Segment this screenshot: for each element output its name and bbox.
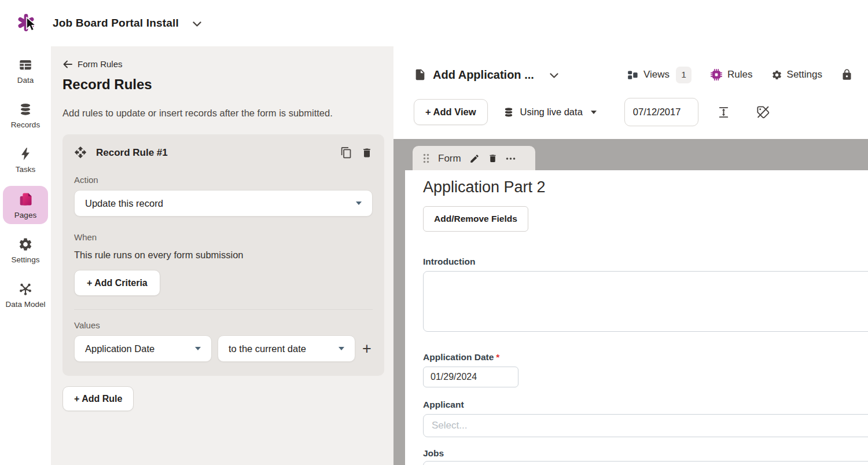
application-date-label-text: Application Date (423, 352, 494, 362)
add-value-button[interactable]: + (361, 341, 373, 357)
sidebar-item-data[interactable]: Data (3, 52, 48, 89)
back-arrow-icon (62, 60, 72, 68)
sidebar: Data Records Tasks Pages (0, 46, 51, 465)
trash-icon (361, 147, 373, 159)
settings-tab[interactable]: Settings (771, 69, 822, 80)
card-divider (74, 309, 373, 310)
back-link-label: Form Rules (78, 59, 123, 69)
data-mode-label: Using live data (520, 107, 583, 118)
action-select-value: Update this record (85, 198, 163, 209)
add-rule-button[interactable]: + Add Rule (62, 386, 134, 411)
views-layout-icon (627, 69, 639, 81)
delete-rule-button[interactable] (361, 147, 373, 159)
caret-down-icon (591, 111, 597, 114)
sidebar-item-data-model[interactable]: Data Model (3, 276, 48, 313)
introduction-label: Introduction (423, 256, 868, 267)
chevron-down-icon[interactable] (550, 73, 558, 79)
tasks-lightning-icon (18, 147, 33, 162)
when-section-label: When (74, 232, 373, 242)
delete-view-button[interactable] (488, 153, 498, 163)
toggle-labels-button[interactable] (756, 105, 770, 119)
form-preview: Application Part 2 Add/Remove Fields Int… (405, 170, 868, 465)
top-bar: Job Board Portal Install (0, 0, 868, 46)
value-field-select[interactable]: Application Date (74, 335, 212, 362)
data-table-icon (18, 57, 33, 72)
records-database-icon (18, 102, 33, 117)
views-count-badge: 1 (676, 67, 692, 83)
data-model-network-icon (18, 281, 33, 296)
values-section-label: Values (74, 320, 373, 330)
views-tab[interactable]: Views 1 (627, 67, 692, 83)
value-field-value: Application Date (85, 343, 155, 354)
action-section-label: Action (74, 175, 373, 185)
move-handle-icon[interactable] (74, 146, 87, 159)
sidebar-item-label: Data Model (5, 300, 45, 309)
panel-title: Record Rules (62, 76, 383, 93)
data-mode-dropdown[interactable]: Using live data (503, 107, 597, 118)
add-view-button[interactable]: + Add View (414, 99, 488, 125)
rule-title: Record Rule #1 (96, 147, 168, 159)
panel-description: Add rules to update or insert records af… (62, 108, 383, 119)
page-header: Add Application ... Views 1 (393, 46, 868, 139)
ellipsis-icon (506, 157, 516, 160)
add-criteria-button[interactable]: + Add Criteria (74, 270, 160, 296)
form-title: Application Part 2 (423, 178, 868, 196)
rules-tab-label: Rules (727, 69, 752, 80)
settings-tab-label: Settings (787, 69, 822, 80)
pages-icon (17, 191, 34, 207)
duplicate-rule-button[interactable] (340, 147, 352, 159)
introduction-textarea[interactable] (423, 271, 868, 332)
add-remove-fields-button[interactable]: Add/Remove Fields (423, 206, 528, 232)
lock-icon[interactable] (841, 68, 853, 82)
caret-down-icon (339, 347, 344, 350)
chevron-down-icon[interactable] (193, 21, 201, 27)
when-description: This rule runs on every form submission (74, 250, 373, 261)
action-select[interactable]: Update this record (74, 190, 373, 217)
page-document-icon (414, 68, 426, 82)
app-logo[interactable] (16, 12, 38, 34)
applicant-label: Applicant (423, 399, 868, 410)
back-to-form-rules[interactable]: Form Rules (62, 59, 383, 69)
jobs-select-input[interactable] (423, 461, 868, 465)
value-assignment-select[interactable]: to the current date (218, 335, 355, 362)
application-date-input[interactable] (423, 367, 518, 387)
record-rules-panel: Form Rules Record Rules Add rules to upd… (51, 46, 393, 465)
mouse-cursor-icon (25, 17, 39, 33)
caret-down-icon (356, 202, 362, 205)
application-date-label: Application Date* (423, 352, 868, 363)
sidebar-item-pages[interactable]: Pages (3, 186, 48, 224)
sidebar-item-label: Pages (14, 211, 36, 219)
sidebar-item-records[interactable]: Records (3, 97, 48, 134)
rules-chip-icon (710, 68, 723, 81)
sidebar-item-label: Tasks (16, 165, 36, 174)
tag-slash-icon (756, 105, 770, 119)
preview-date-input[interactable] (624, 98, 698, 126)
record-rule-card: Record Rule #1 Action Update this record… (62, 134, 384, 376)
adjust-height-button[interactable] (717, 105, 730, 119)
trash-icon (488, 153, 498, 163)
form-tab-label: Form (438, 153, 461, 164)
pencil-icon (469, 153, 480, 164)
sidebar-item-label: Data (17, 76, 34, 85)
sidebar-item-tasks[interactable]: Tasks (3, 141, 48, 178)
caret-down-icon (195, 347, 201, 350)
required-asterisk: * (496, 352, 499, 362)
jobs-label: Jobs (423, 448, 868, 459)
page-title: Add Application ... (433, 68, 534, 82)
drag-handle-icon[interactable] (422, 153, 430, 164)
vertical-height-icon (717, 105, 730, 119)
copy-icon (340, 147, 352, 159)
sidebar-item-label: Records (11, 120, 40, 129)
views-tab-label: Views (643, 69, 670, 80)
view-more-menu-button[interactable] (506, 157, 516, 160)
edit-view-button[interactable] (469, 153, 480, 164)
rules-tab[interactable]: Rules (710, 68, 752, 81)
form-view-tab[interactable]: Form (413, 146, 535, 171)
sidebar-item-settings[interactable]: Settings (3, 232, 48, 269)
gear-icon (771, 69, 782, 80)
applicant-select-input[interactable] (423, 414, 868, 437)
live-preview-area: Form Application Part 2 Add/Remove Field… (393, 139, 868, 465)
database-icon (503, 107, 514, 118)
app-title: Job Board Portal Install (53, 17, 179, 30)
gear-icon (18, 237, 33, 252)
